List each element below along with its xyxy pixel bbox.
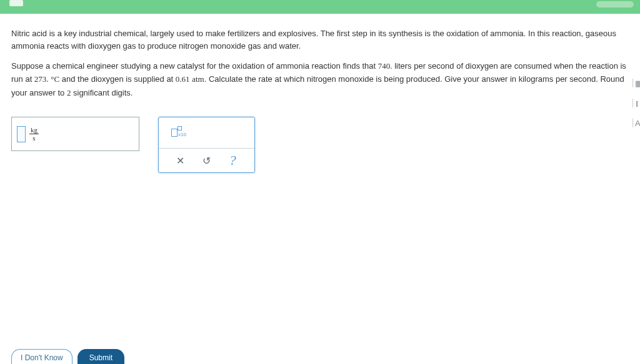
- help-button[interactable]: ?: [226, 152, 239, 169]
- sci-mantissa-icon: [171, 129, 178, 137]
- toolbar-bottom-row: ✕ ↺ ?: [159, 149, 254, 172]
- question-intro: Nitric acid is a key industrial chemical…: [11, 27, 629, 52]
- header-bar: [0, 0, 640, 14]
- header-tab-icon: [9, 0, 23, 6]
- answer-box[interactable]: kg s: [11, 117, 139, 151]
- q-unit-pressure: atm: [192, 74, 204, 84]
- q-text: significant digits.: [71, 88, 132, 97]
- scientific-notation-button[interactable]: x10: [171, 129, 191, 137]
- q-value-temp: 273.: [34, 74, 49, 84]
- q-text: Suppose a chemical engineer studying a n…: [11, 61, 378, 71]
- question-body: Suppose a chemical engineer studying a n…: [11, 59, 629, 99]
- chart-icon[interactable]: ⫿: [632, 99, 640, 107]
- right-tool-rail: ▦ ⫿ A: [632, 79, 640, 127]
- answer-units: kg s: [29, 126, 39, 142]
- answer-row: kg s x10 ✕ ↺ ?: [11, 117, 629, 173]
- sci-exponent-icon: [178, 126, 182, 130]
- question-content: Nitric acid is a key industrial chemical…: [11, 27, 629, 173]
- unit-denominator: s: [31, 134, 36, 142]
- sci-base-label: x10: [178, 132, 186, 137]
- header-right-pill: [596, 1, 634, 7]
- submit-button[interactable]: Submit: [78, 349, 124, 364]
- calculator-icon[interactable]: ▦: [632, 79, 640, 87]
- clear-button[interactable]: ✕: [174, 155, 187, 167]
- i-dont-know-button[interactable]: I Don't Know: [11, 349, 72, 364]
- input-toolbar: x10 ✕ ↺ ?: [158, 117, 255, 173]
- reset-button[interactable]: ↺: [200, 155, 212, 167]
- q-value-pressure: 0.61: [176, 74, 190, 84]
- answer-input[interactable]: [17, 126, 26, 142]
- toolbar-top-row: x10: [159, 117, 254, 149]
- unit-numerator: kg: [29, 126, 39, 134]
- footer-buttons: I Don't Know Submit: [11, 349, 124, 364]
- q-unit-temp: °C: [51, 74, 59, 84]
- q-text: and the dioxygen is supplied at: [59, 74, 176, 84]
- q-value-rate: 740.: [378, 61, 392, 71]
- text-tool-icon[interactable]: A: [632, 119, 640, 127]
